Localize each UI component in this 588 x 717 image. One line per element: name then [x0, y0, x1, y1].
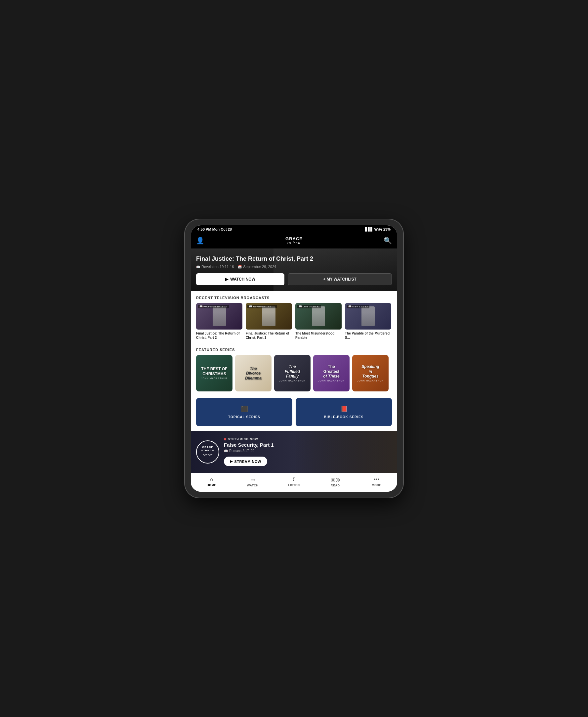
nav-listen[interactable]: 🎙 LISTEN [273, 476, 315, 487]
hero-section: Final Justice: The Return of Christ, Par… [191, 248, 397, 291]
broadcasts-scroll[interactable]: 📖 Revelation 19:11-16 Final Justice: The… [191, 303, 397, 340]
status-right: ▋▋▋ WiFi 23% [365, 227, 391, 232]
broadcast-title-2: Final Justice: The Return of Christ, Par… [246, 331, 292, 340]
series-christmas-sub: JOHN MACARTHUR [201, 377, 228, 380]
more-icon: ••• [374, 476, 379, 483]
nav-more[interactable]: ••• MORE [356, 476, 397, 487]
read-icon: ◎◎ [331, 476, 340, 483]
more-label: MORE [372, 484, 381, 487]
series-greatest-sub: JOHN MACARTHUR [318, 380, 344, 382]
stream-reference: 📖 Romans 2:17–20 [224, 449, 392, 453]
read-label: READ [331, 484, 340, 487]
book-icon-stream: 📖 [224, 449, 228, 453]
battery-indicator: 23% [383, 227, 391, 231]
broadcast-thumb-3: 📖 Luke 10:30-37 [295, 303, 342, 330]
broadcast-card-4[interactable]: 📖 Mark 12:1-12 The Parable of the Murder… [345, 303, 391, 340]
watch-icon: ▭ [250, 476, 255, 483]
series-card-tongues[interactable]: SpeakinginTongues JOHN MACARTHUR [352, 355, 388, 391]
series-tongues-sub: JOHN MACARTHUR [357, 380, 384, 382]
browse-grid: ⬛ TOPICAL SERIES 📕 BIBLE-BOOK SERIES [191, 395, 397, 431]
streaming-dot [224, 438, 226, 441]
stream-content: STREAMING NOW False Security, Part 1 📖 R… [224, 437, 392, 466]
waves-icon: 〰〰 [203, 453, 213, 458]
topical-series-button[interactable]: ⬛ TOPICAL SERIES [196, 398, 292, 426]
topical-icon: ⬛ [241, 405, 248, 413]
featured-series-title: FEATURED SERIES [191, 348, 397, 352]
ref-badge-4: 📖 Mark 12:1-12 [346, 305, 370, 308]
broadcast-card-3[interactable]: 📖 Luke 10:30-37 The Most Misunderstood P… [295, 303, 342, 340]
home-label: HOME [207, 484, 216, 487]
device-screen: 4:50 PM Mon Oct 28 ▋▋▋ WiFi 23% 👤 GRACE … [191, 225, 397, 492]
home-icon: ⌂ [210, 476, 213, 483]
recent-broadcasts-title: RECENT TELEVISION BROADCASTS [191, 296, 397, 300]
broadcast-card-1[interactable]: 📖 Revelation 19:11-16 Final Justice: The… [196, 303, 243, 340]
broadcast-title-4: The Parable of the Murdered S... [345, 331, 391, 340]
status-bar: 4:50 PM Mon Oct 28 ▋▋▋ WiFi 23% [191, 225, 397, 233]
broadcast-thumb-4: 📖 Mark 12:1-12 [345, 303, 391, 330]
recent-broadcasts-section: RECENT TELEVISION BROADCASTS 📖 Revelatio… [191, 291, 397, 343]
ref-badge-2: 📖 Revelation 19:1-10 [247, 305, 277, 308]
featured-series-section: FEATURED SERIES THE BEST OFCHRISTMAS JOH… [191, 343, 397, 395]
calendar-icon: 📅 [238, 265, 242, 269]
series-christmas-label: THE BEST OFCHRISTMAS [201, 367, 228, 376]
user-icon[interactable]: 👤 [196, 237, 204, 245]
series-family-label: TheFulfilledFamily [279, 364, 306, 378]
top-nav: 👤 GRACE to You 🔍 [191, 233, 397, 249]
series-card-greatest[interactable]: TheGreatestof These JOHN MACARTHUR [313, 355, 350, 391]
grace-stream-logo: GRACE STREAM 〰〰 [196, 441, 219, 464]
series-family-sub: JOHN MACARTHUR [279, 380, 306, 382]
broadcast-card-2[interactable]: 📖 Revelation 19:1-10 Final Justice: The … [246, 303, 292, 340]
hero-date: 📅 September 29, 2024 [238, 265, 276, 269]
app-logo: GRACE to You [286, 236, 302, 246]
ref-badge-3: 📖 Luke 10:30-37 [297, 305, 321, 308]
bible-label: BIBLE-BOOK SERIES [324, 415, 364, 419]
signal-icon: ▋▋▋ [365, 227, 373, 232]
series-card-christmas[interactable]: THE BEST OFCHRISTMAS JOHN MACARTHUR [196, 355, 232, 391]
play-icon: ▶ [225, 277, 228, 282]
nav-home[interactable]: ⌂ HOME [191, 476, 232, 487]
device-frame: 4:50 PM Mon Oct 28 ▋▋▋ WiFi 23% 👤 GRACE … [185, 219, 403, 498]
series-tongues-label: SpeakinginTongues [357, 364, 384, 378]
listen-label: LISTEN [288, 484, 300, 487]
bible-book-series-button[interactable]: 📕 BIBLE-BOOK SERIES [296, 398, 392, 426]
series-divorce-label: TheDivorceDilemma [245, 366, 261, 381]
bible-icon: 📕 [340, 405, 348, 413]
series-card-family[interactable]: TheFulfilledFamily JOHN MACARTHUR [274, 355, 311, 391]
stream-banner: GRACE STREAM 〰〰 STREAMING NOW False Secu… [191, 431, 397, 473]
hero-meta: 📖 Revelation 19:11-16 📅 September 29, 20… [196, 265, 392, 269]
stream-title: False Security, Part 1 [224, 442, 392, 448]
watch-now-button[interactable]: ▶ WATCH NOW [196, 273, 285, 285]
search-icon[interactable]: 🔍 [384, 237, 392, 245]
nav-watch[interactable]: ▭ WATCH [232, 476, 273, 487]
broadcast-title-1: Final Justice: The Return of Christ, Par… [196, 331, 243, 340]
watch-label: WATCH [247, 484, 259, 487]
series-card-divorce[interactable]: TheDivorceDilemma [235, 355, 272, 391]
nav-read[interactable]: ◎◎ READ [315, 476, 356, 487]
series-scroll[interactable]: THE BEST OFCHRISTMAS JOHN MACARTHUR TheD… [191, 355, 397, 391]
watchlist-button[interactable]: + MY WATCHLIST [288, 273, 392, 285]
wifi-icon: WiFi [374, 227, 382, 231]
streaming-now-badge: STREAMING NOW [224, 437, 392, 441]
listen-icon: 🎙 [291, 476, 297, 483]
streaming-now-label: STREAMING NOW [228, 437, 258, 441]
bottom-nav: ⌂ HOME ▭ WATCH 🎙 LISTEN ◎◎ READ ••• MORE [191, 473, 397, 492]
series-greatest-label: TheGreatestof These [318, 364, 344, 378]
book-icon: 📖 [196, 265, 200, 269]
broadcast-thumb-1: 📖 Revelation 19:11-16 [196, 303, 243, 330]
topical-label: TOPICAL SERIES [228, 415, 260, 419]
stream-play-icon: ▶ [230, 459, 233, 464]
hero-reference: 📖 Revelation 19:11-16 [196, 265, 234, 269]
status-time: 4:50 PM Mon Oct 28 [197, 227, 232, 231]
broadcast-title-3: The Most Misunderstood Parable [295, 331, 342, 340]
ref-badge-1: 📖 Revelation 19:11-16 [198, 305, 229, 308]
broadcast-thumb-2: 📖 Revelation 19:1-10 [246, 303, 292, 330]
stream-now-button[interactable]: ▶ STREAM NOW [224, 457, 267, 466]
hero-title: Final Justice: The Return of Christ, Par… [196, 255, 392, 263]
hero-buttons: ▶ WATCH NOW + MY WATCHLIST [196, 273, 392, 285]
